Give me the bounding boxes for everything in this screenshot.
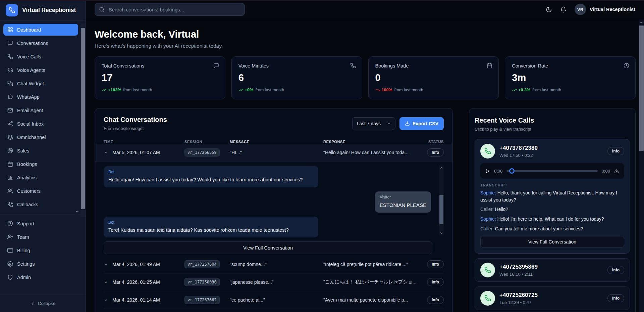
table-row[interactable]: Mar 5, 2026, 01:07 AM vr_177266559 "HI..… (95, 144, 452, 162)
sidebar-secondary-nav: Support Team Billing Settings Admin (0, 218, 86, 285)
calendar-icon (7, 161, 13, 167)
info-badge[interactable]: Info (427, 296, 444, 304)
search-input[interactable] (108, 6, 240, 13)
sender-label: Bot (108, 220, 314, 225)
sidebar-item-bookings[interactable]: Bookings (3, 158, 78, 170)
info-badge[interactable]: Info (607, 294, 624, 302)
sidebar-scrollbar[interactable] (80, 24, 86, 217)
stat-trend: 100% from last month (375, 88, 492, 92)
avatar[interactable]: VR (575, 4, 586, 15)
main-area: VR Virtual Receptionist Welcome back, Vi… (86, 0, 644, 312)
stat-label: Voice Minutes (238, 63, 355, 69)
sidebar-item-callbacks[interactable]: Callbacks (3, 198, 78, 210)
nav-scroll-more-chevron-down-icon[interactable] (75, 209, 79, 214)
info-badge[interactable]: Info (607, 266, 624, 274)
row-time: Mar 5, 2026, 01:07 AM (112, 150, 160, 155)
transcript-line: Caller: Hello? (480, 206, 624, 213)
sidebar-item-sales[interactable]: Sales (3, 145, 78, 157)
info-badge[interactable]: Info (427, 260, 444, 268)
table-row[interactable]: Mar 4, 2026, 01:49 AM vr_177257604 "scum… (104, 256, 444, 273)
chevron-down-icon[interactable] (104, 280, 108, 284)
voice-call-card[interactable]: +40737872380 Wed 17:50 • 0:32 Info 0:00 (475, 139, 630, 254)
table-row[interactable]: Mar 4, 2026, 01:25 AM vr_177258030 "japa… (104, 273, 444, 291)
sidebar-item-settings[interactable]: Settings (3, 258, 78, 270)
call-header: +40737872380 Wed 17:50 • 0:32 Info (480, 144, 624, 159)
chevron-down-icon[interactable] (104, 262, 108, 267)
view-full-conversation-button[interactable]: View Full Conversation (480, 236, 624, 248)
trend-up-icon: +183% (102, 88, 121, 92)
bot-message-bubble: Bot Hello again! How can I assist you to… (104, 166, 318, 187)
sidebar-item-email-agent[interactable]: Email Agent (3, 104, 78, 116)
user-menu[interactable]: VR Virtual Receptionist (575, 4, 635, 15)
phone-icon (480, 144, 495, 159)
date-range-select[interactable]: Last 7 days (352, 117, 395, 130)
slider-track[interactable] (506, 170, 597, 172)
row-response: "Înțeleg că prețurile pot părea ridicate… (323, 262, 422, 267)
sidebar-item-label: Settings (17, 261, 35, 267)
sidebar-item-social-inbox[interactable]: Social Inbox (3, 118, 78, 130)
chat-panel-header: Chat Conversations From website widget L… (104, 116, 444, 131)
download-icon[interactable] (614, 168, 620, 174)
sidebar-item-whatsapp[interactable]: WhatsApp (3, 91, 78, 103)
sidebar-item-admin[interactable]: Admin (3, 271, 78, 283)
sidebar-item-voice-agents[interactable]: Voice Agents (3, 64, 78, 76)
sidebar-item-billing[interactable]: Billing (3, 244, 78, 256)
info-badge[interactable]: Info (607, 147, 624, 155)
sidebar-item-label: Analytics (17, 175, 37, 180)
conversation-thread: Bot Hello again! How can I assist you to… (104, 162, 444, 254)
sidebar-item-chat-widget[interactable]: Chat Widget (3, 78, 78, 89)
session-badge: vr_177258030 (184, 278, 220, 286)
sidebar-item-customers[interactable]: Customers (3, 185, 78, 197)
scroll-up-chevron-icon[interactable] (439, 166, 444, 170)
scroll-down-chevron-icon[interactable] (439, 231, 444, 235)
page-scrollbar-thumb[interactable] (639, 26, 644, 151)
sidebar-scrollbar-thumb[interactable] (81, 28, 85, 209)
collapse-label: Collapse (38, 301, 56, 306)
table-row[interactable]: Mar 4, 2026, 01:14 AM vr_177257662 "ce p… (104, 291, 444, 309)
info-badge[interactable]: Info (427, 278, 444, 286)
voice-call-card[interactable]: +40725260725 Tue 12:39 • 0:47 Info (475, 286, 630, 310)
export-csv-button[interactable]: Export CSV (399, 117, 444, 130)
sidebar-item-voice-calls[interactable]: Voice Calls (3, 51, 78, 62)
call-meta: Tue 12:39 • 0:47 (499, 300, 538, 305)
column-header-time: TIME (104, 140, 184, 144)
stat-value: 0 (375, 72, 492, 83)
sidebar-item-support[interactable]: Support (3, 218, 78, 229)
voice-call-card[interactable]: +40725395869 Wed 16:10 • 2:11 Info (475, 258, 630, 282)
sidebar-item-team[interactable]: Team (3, 231, 78, 243)
table-header: TIME SESSION MESSAGE RESPONSE STATUS (104, 140, 444, 144)
theme-toggle-moon-icon[interactable] (546, 6, 552, 13)
thread-scrollbar-thumb[interactable] (439, 195, 443, 225)
session-badge: vr_177257662 (184, 296, 220, 304)
sidebar-item-label: Billing (17, 248, 30, 253)
message-circle-icon (7, 94, 13, 100)
slider-knob[interactable] (509, 168, 515, 174)
sidebar-collapse-button[interactable]: Collapse (0, 295, 86, 312)
sidebar-item-analytics[interactable]: Analytics (3, 172, 78, 183)
sidebar-item-label: Callbacks (17, 202, 38, 207)
view-full-conversation-button[interactable]: View Full Conversation (104, 241, 432, 254)
trend-up-icon: +0% (238, 88, 253, 92)
notifications-bell-icon[interactable] (560, 6, 567, 13)
scroll-up-chevron-icon[interactable] (639, 19, 644, 25)
trend-up-icon: +0.3% (512, 88, 530, 92)
row-time: Mar 4, 2026, 01:49 AM (112, 262, 160, 267)
grid-icon (7, 27, 13, 33)
chevron-down-icon[interactable] (104, 298, 108, 302)
sidebar-item-dashboard[interactable]: Dashboard (3, 24, 78, 36)
stat-value: 3m (512, 72, 629, 83)
sidebar-item-omnichannel[interactable]: Omnichannel (3, 131, 78, 143)
play-icon[interactable] (485, 169, 490, 174)
mail-icon (7, 107, 13, 113)
search-box[interactable] (95, 3, 245, 16)
info-badge[interactable]: Info (427, 148, 444, 157)
sidebar-item-conversations[interactable]: Conversations (3, 37, 78, 49)
phone-call-icon (7, 202, 13, 207)
headphones-icon (7, 67, 13, 73)
table-row-partial[interactable] (104, 309, 444, 312)
page-scrollbar[interactable] (639, 19, 644, 312)
seek-slider[interactable] (506, 168, 597, 174)
thread-scrollbar[interactable] (439, 166, 444, 235)
sidebar-item-label: WhatsApp (17, 94, 40, 100)
chevron-up-icon[interactable] (104, 150, 108, 155)
